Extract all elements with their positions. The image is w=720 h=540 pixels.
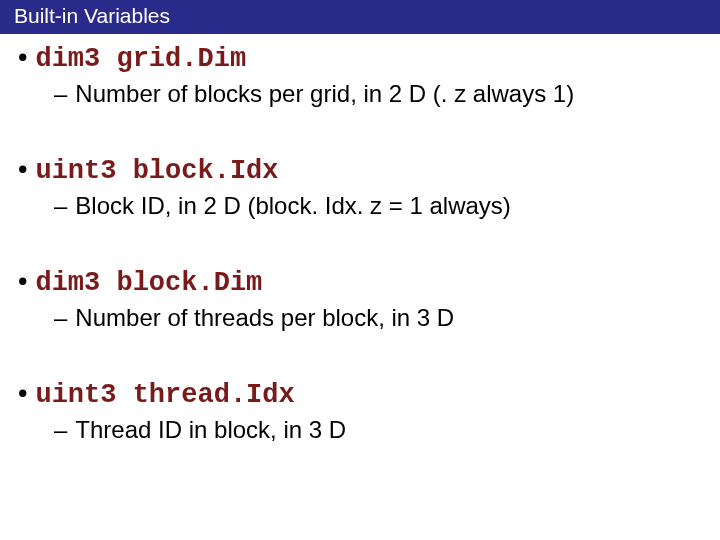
dash-icon: – — [54, 192, 67, 220]
dash-icon: – — [54, 304, 67, 332]
bullet-icon: • — [18, 154, 27, 185]
code-blockdim: dim3 block.Dim — [35, 268, 262, 298]
desc-text: Number of threads per block, in 3 D — [75, 304, 454, 332]
bullet-blockidx: • uint3 block.Idx — [18, 154, 702, 186]
desc-blockdim: – Number of threads per block, in 3 D — [54, 304, 702, 332]
bullet-threadidx: • uint3 thread.Idx — [18, 378, 702, 410]
slide-title: Built-in Variables — [0, 0, 720, 34]
slide: Built-in Variables • dim3 grid.Dim – Num… — [0, 0, 720, 540]
desc-text: Block ID, in 2 D (block. Idx. z = 1 alwa… — [75, 192, 510, 220]
desc-text: Number of blocks per grid, in 2 D (. z a… — [75, 80, 574, 108]
bullet-icon: • — [18, 42, 27, 73]
desc-blockidx: – Block ID, in 2 D (block. Idx. z = 1 al… — [54, 192, 702, 220]
code-blockidx: uint3 block.Idx — [35, 156, 278, 186]
desc-threadidx: – Thread ID in block, in 3 D — [54, 416, 702, 444]
bullet-icon: • — [18, 378, 27, 409]
bullet-icon: • — [18, 266, 27, 297]
dash-icon: – — [54, 416, 67, 444]
slide-content: • dim3 grid.Dim – Number of blocks per g… — [0, 34, 720, 444]
bullet-blockdim: • dim3 block.Dim — [18, 266, 702, 298]
code-threadidx: uint3 thread.Idx — [35, 380, 294, 410]
code-griddim: dim3 grid.Dim — [35, 44, 246, 74]
desc-griddim: – Number of blocks per grid, in 2 D (. z… — [54, 80, 702, 108]
desc-text: Thread ID in block, in 3 D — [75, 416, 346, 444]
bullet-griddim: • dim3 grid.Dim — [18, 42, 702, 74]
dash-icon: – — [54, 80, 67, 108]
